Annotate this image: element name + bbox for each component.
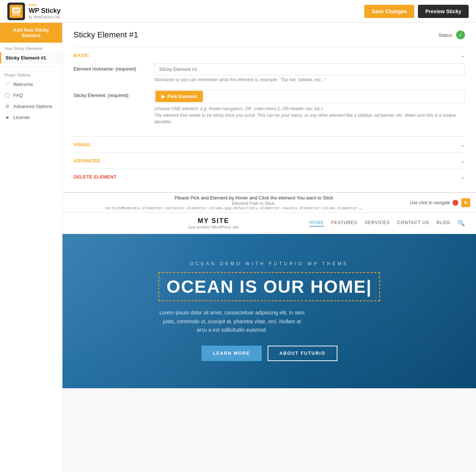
basic-section-content: Element nickname: (required) Nickname so…: [74, 63, 465, 136]
logo-icon: WP: [7, 3, 25, 20]
search-icon[interactable]: 🔍: [458, 220, 465, 227]
basic-section-header[interactable]: BASIC ⌄: [74, 47, 465, 63]
sidebar-nav-advanced[interactable]: ⚙ Advanced Options: [0, 101, 62, 112]
sticky-element-row: Sticky Element: (required) ▶ Pick Elemen…: [74, 90, 465, 125]
nickname-label: Element nickname: (required): [74, 63, 147, 72]
hero-subtitle: OCEAN DEMO WITH FUTURIO WP THEME: [158, 261, 380, 266]
site-title: MY SITE: [188, 217, 239, 225]
hero-section: OCEAN DEMO WITH FUTURIO WP THEME OCEAN I…: [62, 234, 476, 388]
svg-text:WP: WP: [14, 8, 19, 12]
add-new-sticky-button[interactable]: Add New Sticky Element: [0, 23, 62, 43]
hero-description: Lorem ipsum dolor sit amet, consectetuer…: [158, 309, 305, 335]
cursor-icon: |: [366, 277, 372, 296]
advanced-chevron-icon: ⌄: [460, 157, 465, 164]
main-layout: Add New Sticky Element Your Sticky Eleme…: [0, 23, 476, 472]
nav-faq-label: FAQ: [13, 93, 23, 98]
basic-chevron-icon: ⌄: [460, 52, 465, 59]
your-elements-label: Your Sticky Elements: [0, 43, 62, 52]
use-click-navigate: Use click to navigate: [410, 200, 458, 206]
hero-title-box: OCEAN IS OUR HOME|: [158, 272, 380, 301]
visual-section-header[interactable]: VISUAL ⌄: [74, 136, 465, 152]
element-path-input[interactable]: [203, 91, 464, 101]
picker-center: Please Pick and Element by Hover and Cli…: [105, 195, 402, 210]
site-subtitle: Just another WordPress site: [188, 225, 239, 229]
preview-sticky-button[interactable]: Preview Sticky: [418, 5, 469, 18]
logo-title: WP Sticky: [29, 7, 61, 15]
delete-section-title: DELETE ELEMENT: [74, 174, 117, 180]
sticky-element-label: Sticky Element: (required): [74, 90, 147, 98]
visual-chevron-icon: ⌄: [460, 141, 465, 148]
hero-buttons: LEARN MORE ABOUT FUTURIO: [158, 346, 380, 361]
save-changes-button[interactable]: Save Changes: [364, 5, 414, 18]
delete-chevron-icon: ⌄: [460, 173, 465, 180]
sidebar-nav-license[interactable]: ■ License: [0, 112, 62, 123]
delete-section-header[interactable]: DELETE ELEMENT ⌄: [74, 169, 465, 185]
nav-contact[interactable]: CONTACT US: [397, 220, 429, 227]
top-header: WP PRO WP Sticky by WebFactory Ltd Save …: [0, 0, 476, 23]
shield-icon: ■: [4, 114, 10, 120]
picker-controls: Use click to navigate ×: [410, 198, 470, 207]
nav-advanced-label: Advanced Options: [13, 104, 52, 109]
picker-title: Please Pick and Element by Hover and Cli…: [105, 195, 402, 201]
red-dot-icon: [452, 200, 458, 206]
faq-icon: ◯: [4, 92, 10, 98]
advanced-section-title: ADVANCED: [74, 158, 100, 163]
pick-element-button[interactable]: ▶ Pick Element: [155, 91, 203, 102]
logo-area: WP PRO WP Sticky by WebFactory Ltd: [7, 3, 61, 20]
nav-home[interactable]: HOME: [309, 220, 324, 227]
picker-subtitle: Element Path to Stick:: [105, 201, 402, 206]
pro-badge: PRO: [29, 3, 61, 7]
active-element-label: Sticky Element #1: [6, 55, 46, 61]
logo-subtitle: by WebFactory Ltd: [29, 15, 61, 19]
status-area: Status: ✓: [439, 30, 465, 39]
visual-section-title: VISUAL: [74, 142, 91, 147]
site-nav: HOME FEATURES SERVICES CONTACT US BLOG: [309, 220, 450, 227]
nav-welcome-label: Welcome: [13, 82, 33, 87]
content-area: Sticky Element #1 Status: ✓ BASIC ⌄ Elem…: [62, 23, 476, 472]
plugin-panel: Sticky Element #1 Status: ✓ BASIC ⌄ Elem…: [62, 23, 476, 192]
nav-features[interactable]: FEATURES: [331, 220, 357, 227]
basic-section-title: BASIC: [74, 53, 89, 58]
svg-rect-1: [12, 14, 20, 15]
nickname-input[interactable]: [154, 63, 465, 75]
pick-element-container: ▶ Pick Element: [154, 90, 465, 103]
status-indicator: ✓: [456, 30, 465, 39]
sidebar-item-sticky-element-1[interactable]: Sticky Element #1: [0, 52, 62, 64]
sidebar-divider: [0, 66, 62, 67]
advanced-section-header[interactable]: ADVANCED ⌄: [74, 152, 465, 169]
use-click-label: Use click to navigate: [410, 200, 450, 205]
learn-more-button[interactable]: LEARN MORE: [201, 346, 262, 361]
site-nav-bar: MY SITE Just another WordPress site HOME…: [62, 213, 476, 234]
sidebar-nav-welcome[interactable]: ♡ Welcome: [0, 79, 62, 90]
site-logo: MY SITE Just another WordPress site: [188, 217, 239, 229]
panel-header: Sticky Element #1 Status: ✓: [74, 30, 465, 40]
element-notes: (choose ONE element, e.g. #main-navigati…: [154, 105, 465, 125]
nav-blog[interactable]: BLOG: [437, 220, 450, 227]
plugin-options-label: Plugin Options: [0, 70, 62, 79]
header-buttons: Save Changes Preview Sticky: [364, 5, 469, 18]
status-label: Status:: [439, 32, 453, 38]
nickname-row: Element nickname: (required) Nickname so…: [74, 63, 465, 82]
website-preview: MY SITE Just another WordPress site HOME…: [62, 213, 476, 388]
picker-bar: Please Pick and Element by Hover and Cli…: [62, 192, 476, 213]
nav-services[interactable]: SERVICES: [365, 220, 390, 227]
sidebar: Add New Sticky Element Your Sticky Eleme…: [0, 23, 62, 472]
logo-text-area: PRO WP Sticky by WebFactory Ltd: [29, 3, 61, 19]
hero-title: OCEAN IS OUR HOME|: [167, 277, 372, 297]
sidebar-nav-faq[interactable]: ◯ FAQ: [0, 90, 62, 101]
heart-icon: ♡: [4, 81, 10, 87]
panel-title: Sticky Element #1: [74, 30, 138, 40]
about-futurio-button[interactable]: ABOUT FUTURIO: [268, 346, 337, 361]
nickname-field: Nickname so you can remember what this e…: [154, 63, 465, 82]
sticky-element-field: ▶ Pick Element (choose ONE element, e.g.…: [154, 90, 465, 125]
settings-icon: ⚙: [4, 103, 10, 109]
picker-path: section#home>div.elementor-container.ele…: [105, 206, 362, 210]
pick-element-icon: ▶: [161, 94, 165, 99]
close-picker-button[interactable]: ×: [461, 198, 470, 207]
nickname-hint: Nickname so you can remember what this e…: [154, 77, 465, 82]
hero-content: OCEAN DEMO WITH FUTURIO WP THEME OCEAN I…: [158, 261, 380, 361]
nav-license-label: License: [13, 115, 30, 120]
